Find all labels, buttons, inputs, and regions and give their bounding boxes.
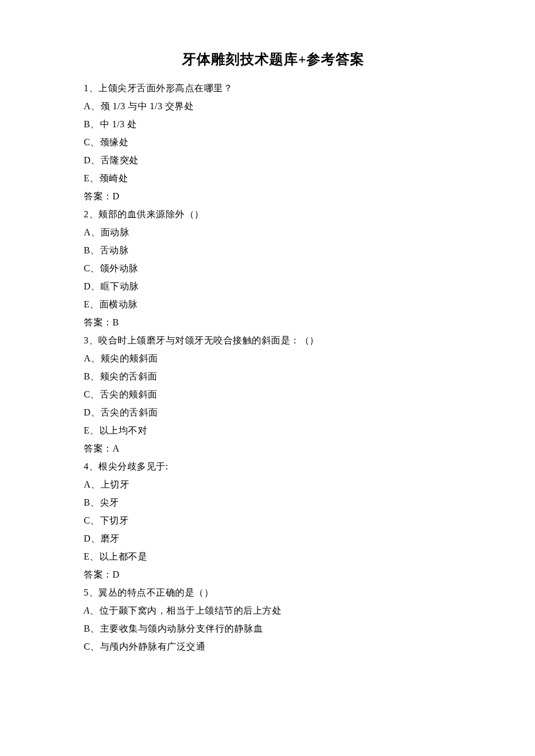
text-line: D、舌尖的舌斜面 <box>84 403 463 421</box>
text-line: C、颈缘处 <box>84 133 463 151</box>
document-body: 1、上颌尖牙舌面外形高点在哪里？A、颈 1/3 与中 1/3 交界处B、中 1/… <box>84 79 463 655</box>
text-line: A、颈 1/3 与中 1/3 交界处 <box>84 97 463 115</box>
text-line: 2、颊部的血供来源除外（） <box>84 205 463 223</box>
text-line: A、面动脉 <box>84 223 463 241</box>
text-line: C、与颅内外静脉有广泛交通 <box>84 637 463 655</box>
text-line: B、主要收集与颌内动脉分支伴行的静脉血 <box>84 619 463 637</box>
document-page: 牙体雕刻技术题库+参考答案 1、上颌尖牙舌面外形高点在哪里？A、颈 1/3 与中… <box>0 0 535 756</box>
text-line: C、下切牙 <box>84 511 463 529</box>
text-line: B、尖牙 <box>84 493 463 511</box>
text-line: A、上切牙 <box>84 475 463 493</box>
text-line: 5、翼丛的特点不正确的是（） <box>84 583 463 601</box>
text-line: D、舌隆突处 <box>84 151 463 169</box>
text-line: A、位于颞下窝内，相当于上颌结节的后上方处 <box>84 601 463 619</box>
text-line: 答案：B <box>84 313 463 331</box>
text-line: C、舌尖的颊斜面 <box>84 385 463 403</box>
text-line: 3、咬合时上颌磨牙与对颌牙无咬合接触的斜面是：（） <box>84 331 463 349</box>
italic-letter: A <box>84 605 90 615</box>
text-line: B、中 1/3 处 <box>84 115 463 133</box>
text-line: D、眶下动脉 <box>84 277 463 295</box>
text-line: A、颊尖的颊斜面 <box>84 349 463 367</box>
text-line: C、颌外动脉 <box>84 259 463 277</box>
text-line: E、颈崎处 <box>84 169 463 187</box>
text-line: E、以上均不对 <box>84 421 463 439</box>
text-line: 1、上颌尖牙舌面外形高点在哪里？ <box>84 79 463 97</box>
text-line: E、面横动脉 <box>84 295 463 313</box>
text-line: D、磨牙 <box>84 529 463 547</box>
document-title: 牙体雕刻技术题库+参考答案 <box>84 50 463 69</box>
text-line: B、颊尖的舌斜面 <box>84 367 463 385</box>
text-line: 4、根尖分歧多见于: <box>84 457 463 475</box>
text-line: 答案：D <box>84 187 463 205</box>
text-span: 、位于颞下窝内，相当于上颌结节的后上方处 <box>90 605 281 615</box>
text-line: B、舌动脉 <box>84 241 463 259</box>
text-line: E、以上都不是 <box>84 547 463 565</box>
text-line: 答案：D <box>84 565 463 583</box>
text-line: 答案：A <box>84 439 463 457</box>
